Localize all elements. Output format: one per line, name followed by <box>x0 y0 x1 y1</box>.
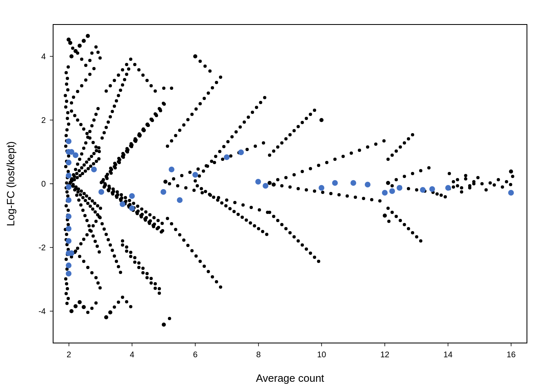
svg-point-103 <box>98 286 102 290</box>
svg-point-571 <box>128 199 131 202</box>
svg-point-552 <box>92 152 96 155</box>
svg-point-528 <box>193 54 197 58</box>
svg-point-32 <box>67 223 70 226</box>
svg-point-555 <box>96 213 99 216</box>
svg-point-133 <box>81 172 84 175</box>
svg-point-347 <box>254 145 257 148</box>
svg-point-295 <box>137 261 141 265</box>
svg-point-115 <box>73 114 76 117</box>
svg-point-45 <box>65 258 68 261</box>
svg-point-286 <box>141 271 145 274</box>
svg-point-432 <box>337 193 341 196</box>
svg-point-563 <box>112 187 115 191</box>
svg-point-366 <box>170 139 173 143</box>
svg-point-598 <box>91 167 97 172</box>
svg-point-559 <box>103 182 107 185</box>
svg-point-554 <box>95 149 98 152</box>
svg-point-506 <box>407 137 410 140</box>
svg-point-14 <box>65 181 68 185</box>
svg-point-75 <box>84 141 87 145</box>
svg-point-430 <box>329 192 333 195</box>
svg-point-356 <box>186 244 190 247</box>
svg-point-192 <box>109 115 112 118</box>
svg-point-575 <box>136 205 139 208</box>
svg-point-458 <box>272 149 275 153</box>
svg-point-199 <box>123 78 126 81</box>
svg-point-183 <box>111 249 114 252</box>
svg-point-99 <box>90 271 94 274</box>
svg-point-553 <box>94 210 97 214</box>
svg-point-404 <box>245 218 248 222</box>
svg-point-531 <box>208 69 212 73</box>
svg-point-492 <box>386 207 390 210</box>
svg-point-314 <box>104 315 108 319</box>
svg-point-381 <box>198 174 201 178</box>
svg-point-52 <box>65 292 68 295</box>
svg-point-374 <box>203 97 206 100</box>
svg-point-181 <box>107 238 110 241</box>
svg-point-466 <box>305 117 308 120</box>
svg-point-386 <box>208 193 211 196</box>
svg-point-367 <box>174 134 177 137</box>
svg-point-519 <box>493 183 496 187</box>
svg-point-517 <box>484 188 488 192</box>
svg-point-261 <box>113 162 116 165</box>
svg-point-322 <box>168 317 171 320</box>
svg-point-518 <box>489 181 492 185</box>
svg-point-95 <box>82 260 85 263</box>
svg-point-142 <box>93 202 96 205</box>
svg-point-346 <box>250 206 253 209</box>
svg-point-300 <box>158 287 161 290</box>
svg-point-304 <box>117 74 120 77</box>
svg-point-337 <box>213 161 216 164</box>
x-tick-10: 10 <box>317 350 326 359</box>
svg-point-193 <box>111 110 114 113</box>
svg-point-187 <box>119 271 122 274</box>
svg-point-408 <box>253 224 256 227</box>
svg-point-610 <box>263 183 268 189</box>
svg-point-596 <box>66 238 71 244</box>
x-tick-14: 14 <box>444 350 453 359</box>
svg-point-94 <box>80 84 83 87</box>
svg-point-618 <box>420 187 426 193</box>
svg-point-313 <box>154 89 157 93</box>
svg-point-613 <box>350 180 356 186</box>
svg-point-216 <box>94 301 98 305</box>
svg-point-599 <box>98 189 104 195</box>
svg-point-561 <box>107 185 111 188</box>
svg-point-33 <box>65 128 69 131</box>
svg-point-592 <box>66 184 71 190</box>
svg-point-267 <box>125 147 129 150</box>
svg-point-457 <box>268 154 271 157</box>
svg-point-138 <box>88 197 91 200</box>
svg-point-545 <box>84 199 87 202</box>
svg-point-510 <box>456 178 459 181</box>
svg-point-390 <box>216 198 219 202</box>
svg-point-488 <box>460 190 463 194</box>
x-tick-8: 8 <box>256 350 261 359</box>
x-tick-16: 16 <box>507 350 516 359</box>
svg-point-426 <box>313 189 316 193</box>
svg-point-551 <box>91 207 94 211</box>
svg-point-69 <box>78 158 81 161</box>
y-axis-label: Log-FC (lost/kept) <box>4 141 17 226</box>
svg-point-399 <box>234 130 238 134</box>
svg-point-392 <box>220 201 223 205</box>
svg-point-445 <box>272 215 275 218</box>
svg-point-359 <box>199 260 202 263</box>
svg-point-478 <box>419 169 422 172</box>
svg-point-447 <box>280 223 283 226</box>
svg-point-565 <box>116 190 119 194</box>
svg-point-281 <box>121 243 124 247</box>
svg-point-623 <box>73 152 78 158</box>
svg-point-580 <box>146 124 150 127</box>
svg-point-224 <box>96 51 100 54</box>
svg-point-220 <box>76 51 79 55</box>
svg-point-439 <box>366 145 369 149</box>
svg-point-500 <box>419 239 422 243</box>
svg-point-51 <box>66 287 69 290</box>
svg-point-280 <box>152 225 155 228</box>
svg-point-573 <box>132 202 135 205</box>
svg-point-382 <box>200 187 203 190</box>
svg-point-371 <box>190 113 194 116</box>
